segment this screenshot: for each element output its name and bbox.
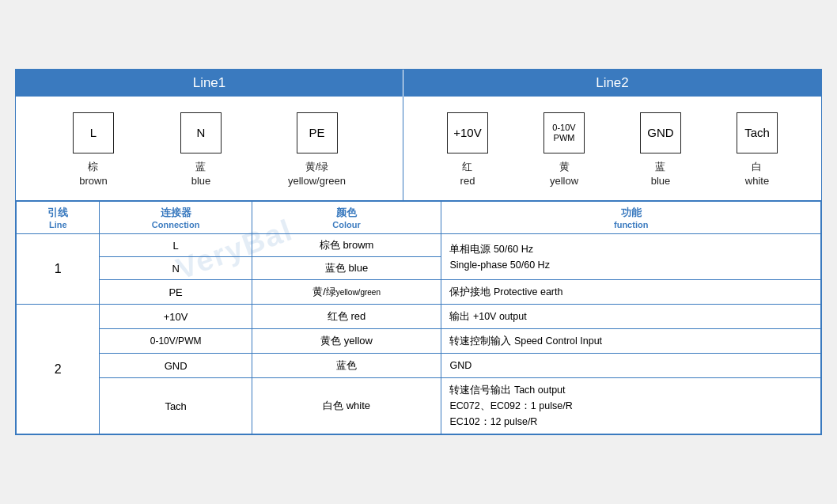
colour-blue-2: 蓝色 xyxy=(252,354,441,378)
connector-PWM: 0-10VPWM 黄yellow xyxy=(543,112,585,188)
func-GND: GND xyxy=(441,354,821,378)
line2-header: Line2 xyxy=(403,70,821,97)
connector-N: N 蓝blue xyxy=(180,112,222,188)
conn-PWM: 0-10V/PWM xyxy=(100,329,252,354)
th-connection: 连接器 Connection xyxy=(100,202,252,234)
connector-box-N: N xyxy=(180,112,222,153)
connector-label-10V: 红red xyxy=(460,160,475,188)
line1-header: Line1 xyxy=(16,70,403,97)
data-table-wrapper: VeryBal 引线 Line 连接器 Connection 颜色 Colour xyxy=(16,201,821,434)
colour-yellow-green: 黄/绿yellow/green xyxy=(252,280,441,305)
colour-red: 红色 red xyxy=(252,305,441,329)
connector-label-GND: 蓝blue xyxy=(651,160,671,188)
conn-GND: GND xyxy=(100,354,252,378)
header-row: Line1 Line2 xyxy=(16,70,821,97)
table-row: 2 +10V 红色 red 输出 +10V output xyxy=(17,305,821,329)
connector-box-PE: PE xyxy=(297,112,338,153)
table-row: GND 蓝色 GND xyxy=(17,354,821,378)
connector-PE: PE 黄/绿yellow/green xyxy=(288,112,346,188)
func-singlephase: 单相电源 50/60 HzSingle-phase 50/60 Hz xyxy=(441,234,821,280)
func-protective-earth: 保护接地 Protective earth xyxy=(441,280,821,305)
line-num-2: 2 xyxy=(17,305,100,434)
th-line: 引线 Line xyxy=(17,202,100,234)
connector-Tach: Tach 白white xyxy=(737,112,778,188)
connector-label-Tach: 白white xyxy=(745,160,769,188)
connector-10V: +10V 红red xyxy=(447,112,488,188)
table-row: 0-10V/PWM 黄色 yellow 转速控制输入 Speed Control… xyxy=(17,329,821,354)
connector-box-PWM: 0-10VPWM xyxy=(543,112,585,153)
table-row: Tach 白色 white 转速信号输出 Tach output EC072、E… xyxy=(17,378,821,434)
connector-box-GND: GND xyxy=(640,112,681,153)
colour-white: 白色 white xyxy=(252,378,441,434)
table-header-row: 引线 Line 连接器 Connection 颜色 Colour 功能 func… xyxy=(17,202,821,234)
diagram-line2: +10V 红red 0-10VPWM 黄yellow GND 蓝blue Tac… xyxy=(403,97,821,200)
connector-GND: GND 蓝blue xyxy=(640,112,681,188)
colour-blue-1: 蓝色 blue xyxy=(252,257,441,280)
func-tach-output: 转速信号输出 Tach output EC072、EC092：1 pulse/R… xyxy=(441,378,821,434)
func-10V-output: 输出 +10V output xyxy=(441,305,821,329)
connector-box-Tach: Tach xyxy=(737,112,778,153)
func-speed-control: 转速控制输入 Speed Control Input xyxy=(441,329,821,354)
conn-N: N xyxy=(100,257,252,280)
connector-label-N: 蓝blue xyxy=(191,160,211,188)
diagram-row: L 棕brown N 蓝blue PE 黄/绿yellow/green +10V… xyxy=(16,97,821,201)
th-function: 功能 function xyxy=(441,202,821,234)
conn-10V: +10V xyxy=(100,305,252,329)
wire-table: 引线 Line 连接器 Connection 颜色 Colour 功能 func… xyxy=(16,201,821,434)
connector-label-L: 棕brown xyxy=(79,160,107,188)
diagram-line1: L 棕brown N 蓝blue PE 黄/绿yellow/green xyxy=(16,97,403,200)
connector-box-10V: +10V xyxy=(447,112,488,153)
conn-PE: PE xyxy=(100,280,252,305)
conn-L: L xyxy=(100,234,252,257)
connector-L: L 棕brown xyxy=(73,112,114,188)
line-num-1: 1 xyxy=(17,234,100,305)
table-row: 1 L 棕色 browm 单相电源 50/60 HzSingle-phase 5… xyxy=(17,234,821,257)
connector-box-L: L xyxy=(73,112,114,153)
connector-label-PE: 黄/绿yellow/green xyxy=(288,160,346,188)
colour-brown: 棕色 browm xyxy=(252,234,441,257)
th-colour: 颜色 Colour xyxy=(252,202,441,234)
conn-Tach: Tach xyxy=(100,378,252,434)
connector-label-PWM: 黄yellow xyxy=(550,160,578,188)
table-row: PE 黄/绿yellow/green 保护接地 Protective earth xyxy=(17,280,821,305)
colour-yellow: 黄色 yellow xyxy=(252,329,441,354)
